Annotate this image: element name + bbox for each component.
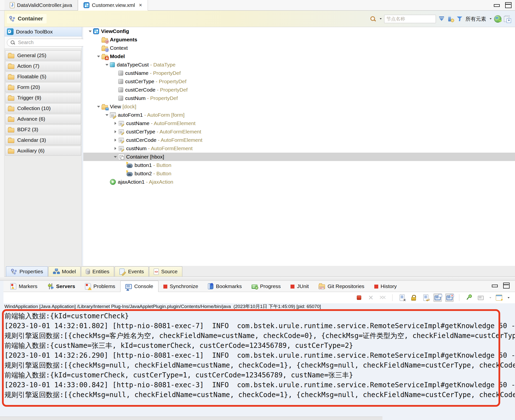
tab-history[interactable]: History: [369, 281, 402, 292]
close-icon[interactable]: ×: [139, 2, 142, 8]
folder-icon: [8, 75, 14, 80]
filter-label[interactable]: 所有元素: [465, 16, 486, 22]
chevron-right-icon[interactable]: [112, 119, 118, 128]
category-bdf2[interactable]: BDF2 (3): [5, 125, 81, 134]
chevron-down-icon[interactable]: [112, 153, 118, 161]
ajaxaction-icon: [110, 179, 116, 185]
show-stderr-icon[interactable]: ✕: [445, 293, 454, 302]
minimize-icon[interactable]: [492, 285, 498, 287]
propertydef-cube-icon: [118, 96, 123, 101]
open-console-icon[interactable]: [495, 293, 503, 302]
console-toolbar: ✕ ✕✕ ✕: [3, 292, 515, 303]
chevron-right-icon[interactable]: [112, 136, 118, 144]
source-icon: [154, 269, 159, 275]
category-calendar[interactable]: Calendar (3): [5, 135, 81, 145]
tab-source[interactable]: Source: [149, 266, 182, 276]
hierarchy-icon: [9, 16, 15, 22]
tree-item-view[interactable]: View [dock]: [83, 102, 515, 111]
category-trigger[interactable]: Trigger (9): [5, 93, 81, 103]
category-form[interactable]: Form (20): [5, 82, 81, 92]
chevron-down-icon[interactable]: [96, 102, 102, 111]
tree-item-datatypecust[interactable]: dataTypeCust - DataType: [83, 61, 515, 69]
tree-item-ajaxaction1[interactable]: ajaxAction1 - AjaxAction: [83, 178, 515, 186]
tab-events[interactable]: Events: [115, 266, 149, 276]
folder-context-icon: [102, 47, 108, 51]
tree-item-custcertype-afe[interactable]: custCerType - AutoFormElement: [83, 128, 515, 136]
chevron-down-icon[interactable]: [87, 27, 93, 35]
category-auxiliary[interactable]: Auxiliary (6): [5, 146, 81, 156]
tree-item-custcertype-prop[interactable]: custCerType - PropertyDef: [83, 77, 515, 86]
autoform-icon: [110, 112, 116, 118]
content-assist-icon[interactable]: [448, 16, 454, 22]
tree-item-context[interactable]: Context: [83, 44, 515, 52]
category-action[interactable]: Action (7): [5, 61, 81, 71]
category-general[interactable]: General (25): [5, 50, 81, 60]
propertydef-cube-icon: [118, 71, 123, 76]
tab-datavalidcontroller[interactable]: DataValidController.java: [4, 0, 78, 10]
bottom-scrollbar-track[interactable]: [0, 417, 382, 420]
chevron-down-icon[interactable]: [380, 18, 382, 19]
tree-item-button2[interactable]: button2 - Button: [83, 169, 515, 178]
show-stdout-icon[interactable]: [433, 293, 442, 302]
scroll-lock-icon[interactable]: [410, 293, 418, 302]
pin-console-icon[interactable]: [465, 293, 473, 302]
maximize-icon[interactable]: [505, 2, 512, 8]
tab-bookmarks[interactable]: Bookmarks: [203, 281, 247, 292]
folder-icon: [8, 54, 14, 58]
word-wrap-icon[interactable]: [422, 293, 430, 302]
tree-item-custnum-afe[interactable]: custNum - AutoFormElement: [83, 144, 515, 153]
tab-progress[interactable]: Progress: [247, 281, 286, 292]
tree-item-autoform1[interactable]: autoForm1 - AutoForm [form]: [83, 111, 515, 119]
category-advance[interactable]: Advance (6): [5, 114, 81, 124]
tree-item-button1[interactable]: button1 - Button: [83, 161, 515, 169]
search-icon: [10, 40, 16, 45]
filter-funnel-icon[interactable]: [457, 16, 463, 22]
tree-item-arguments[interactable]: Arguments: [83, 35, 515, 44]
tree-item-custname-prop[interactable]: custName - PropertyDef: [83, 69, 515, 77]
search-menu-icon[interactable]: [370, 16, 376, 22]
tree-item-custname-afe[interactable]: custName - AutoFormElement: [83, 119, 515, 128]
tab-markers[interactable]: Markers: [5, 281, 42, 292]
tree-item-model[interactable]: Model: [83, 52, 515, 61]
console-log[interactable]: 前端输入数据:{kId=customerCheck} [2023-10-01 1…: [4, 311, 515, 417]
tree-item-custcercode-afe[interactable]: custCerCode - AutoFormElement: [83, 136, 515, 144]
toolbox-search-input[interactable]: [18, 40, 83, 45]
tree-item-container-hbox[interactable]: Container [hbox]: [83, 153, 515, 161]
button-icon: [127, 164, 133, 168]
tab-entities[interactable]: Entities: [81, 266, 114, 276]
tree-item-custnum-prop[interactable]: custNum - PropertyDef: [83, 94, 515, 102]
tab-servers[interactable]: Servers: [42, 281, 80, 292]
minimize-icon[interactable]: [494, 4, 500, 7]
clear-console-icon[interactable]: [398, 293, 406, 302]
tab-synchronize[interactable]: Synchronize: [158, 281, 203, 292]
tab-model[interactable]: Model: [48, 266, 81, 276]
problems-icon: [85, 283, 91, 290]
chevron-down-icon[interactable]: [104, 61, 110, 69]
toolbox-search-box[interactable]: [7, 39, 86, 47]
node-search-input[interactable]: [384, 15, 436, 23]
tab-problems[interactable]: Problems: [80, 281, 120, 292]
tab-properties[interactable]: Properties: [6, 266, 48, 276]
tree-item-viewconfig[interactable]: ViewConfig: [83, 27, 515, 35]
button-icon: [127, 172, 133, 176]
bookmarks-icon: [208, 283, 213, 289]
chevron-down-icon[interactable]: [508, 297, 510, 298]
terminate-icon[interactable]: [355, 293, 363, 302]
chevron-right-icon[interactable]: [112, 144, 118, 153]
sash-divider[interactable]: [0, 277, 515, 281]
new-page-icon[interactable]: [504, 16, 511, 22]
category-collection[interactable]: Collection (10): [5, 103, 81, 113]
tree-item-custcercode-prop[interactable]: custCerCode - PropertyDef: [83, 86, 515, 94]
chevron-right-icon[interactable]: [112, 128, 118, 136]
tab-customer-view-xml[interactable]: Customer.view.xml ×: [78, 0, 148, 11]
tab-junit[interactable]: JUnit: [286, 281, 314, 292]
refresh-globe-icon[interactable]: [494, 15, 501, 23]
chevron-down-icon[interactable]: [104, 111, 110, 119]
tab-git-repositories[interactable]: Git Repositories: [314, 281, 369, 292]
chevron-down-icon[interactable]: [96, 52, 102, 61]
chevron-down-icon[interactable]: [490, 18, 492, 19]
category-floatable[interactable]: Floatable (5): [5, 72, 81, 81]
collapse-all-icon[interactable]: [438, 16, 445, 22]
maximize-icon[interactable]: [503, 283, 510, 289]
tab-console[interactable]: Console: [120, 281, 158, 292]
